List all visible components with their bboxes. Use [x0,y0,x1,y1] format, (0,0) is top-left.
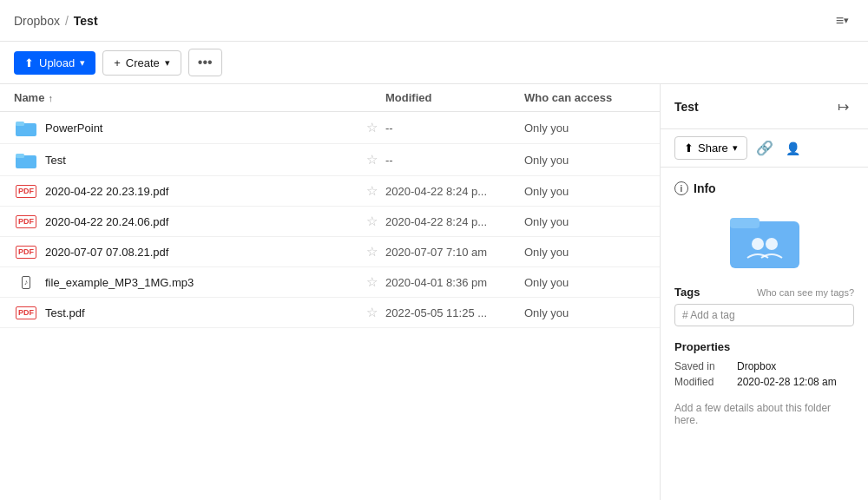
file-type-icon: PDF [14,246,38,259]
tags-label: Tags [674,286,700,299]
svg-rect-4 [730,221,799,268]
table-row[interactable]: ♪ file_example_MP3_1MG.mp3 ☆ 2020-04-01 … [0,267,660,298]
table-row[interactable]: PDF 2020-04-22 20.23.19.pdf ☆ 2020-04-22… [0,176,660,207]
plus-icon: + [114,56,121,69]
info-label: Info [694,181,716,195]
access-column-header: Who can access [524,91,646,104]
table-row[interactable]: PDF 2020-07-07 07.08.21.pdf ☆ 2020-07-07… [0,237,660,267]
star-button[interactable]: ☆ [358,274,385,290]
file-access: Only you [524,122,646,135]
file-name: 2020-04-22 20.23.19.pdf [45,185,358,198]
export-button[interactable]: ↦ [832,95,854,118]
file-rows-container: PowerPoint ☆ -- Only you Test ☆ -- Only … [0,112,660,328]
svg-point-6 [752,238,764,250]
prop-modified-val: 2020-02-28 12:08 am [737,376,837,388]
file-modified: -- [385,154,524,167]
file-type-icon [14,151,38,168]
properties-section: Properties Saved in Dropbox Modified 202… [674,340,854,388]
star-button[interactable]: ☆ [358,183,385,199]
file-name: 2020-04-22 20.24.06.pdf [45,215,358,228]
prop-modified-key: Modified [674,376,737,388]
table-row[interactable]: PDF Test.pdf ☆ 2022-05-05 11:25 ... Only… [0,298,660,328]
pdf-badge-icon: PDF [16,215,36,228]
mp3-badge-icon: ♪ [22,276,31,289]
file-access: Only you [524,246,646,259]
file-modified: 2020-07-07 7:10 am [385,246,524,259]
tag-input[interactable]: # Add a tag [674,304,854,326]
info-section: i Info [674,181,854,195]
folder-large-icon [730,209,799,268]
star-button[interactable]: ☆ [358,244,385,260]
modified-column-header: Modified [385,91,524,104]
toolbar: ⬆ Upload ▾ + Create ▾ ••• [0,42,868,84]
link-icon: 🔗 [756,141,773,155]
file-name: file_example_MP3_1MG.mp3 [45,276,358,289]
prop-saved-key: Saved in [674,360,737,372]
file-type-icon: PDF [14,215,38,228]
breadcrumb-current: Test [74,14,98,28]
share-label: Share [698,141,728,155]
pdf-badge-icon: PDF [16,185,36,198]
file-modified: 2020-04-22 8:24 p... [385,185,524,198]
star-button[interactable]: ☆ [358,305,385,320]
view-toggle-button[interactable]: ≡ ▾ [831,10,854,32]
file-name: 2020-07-07 07.08.21.pdf [45,246,358,259]
view-toggle-icon: ≡ [836,13,844,29]
panel-header: Test ↦ [661,84,868,129]
folder-description: Add a few details about this folder here… [674,402,854,426]
main-layout: Name ↑ Modified Who can access PowerPoin… [0,84,868,500]
prop-saved-val: Dropbox [737,360,776,372]
folder-thumbnail [674,209,854,268]
person-button[interactable]: 👤 [782,137,804,160]
person-icon: 👤 [786,141,800,155]
file-type-icon [14,119,38,136]
prop-saved-row: Saved in Dropbox [674,360,854,372]
file-type-icon: PDF [14,185,38,198]
file-name: Test.pdf [45,306,358,319]
folder-icon [16,151,36,168]
name-label: Name [14,91,44,104]
star-button[interactable]: ☆ [358,214,385,229]
table-row[interactable]: Test ☆ -- Only you [0,144,660,176]
create-label: Create [126,56,160,69]
upload-chevron-icon: ▾ [80,57,85,69]
topbar-right: ≡ ▾ [831,10,854,32]
table-row[interactable]: PowerPoint ☆ -- Only you [0,112,660,144]
table-row[interactable]: PDF 2020-04-22 20.24.06.pdf ☆ 2020-04-22… [0,207,660,237]
create-button[interactable]: + Create ▾ [102,50,181,76]
share-bar: ⬆ Share ▾ 🔗 👤 [661,129,868,168]
svg-rect-1 [16,122,24,126]
file-access: Only you [524,154,646,167]
sort-arrow-icon: ↑ [48,93,53,103]
share-button[interactable]: ⬆ Share ▾ [674,136,747,160]
file-modified: -- [385,122,524,135]
column-headers: Name ↑ Modified Who can access [0,84,660,112]
more-options-button[interactable]: ••• [188,49,222,76]
prop-modified-row: Modified 2020-02-28 12:08 am [674,376,854,388]
export-icon: ↦ [838,98,849,115]
share-upload-icon: ⬆ [684,141,694,155]
pdf-badge-icon: PDF [16,246,36,259]
breadcrumb-root[interactable]: Dropbox [14,14,60,28]
tag-placeholder: # Add a tag [682,309,735,321]
svg-rect-5 [730,218,760,228]
panel-content: i Info Tags Who can see my tags? [661,168,868,500]
tags-section: Tags Who can see my tags? # Add a tag [674,286,854,326]
info-circle-icon: i [674,181,688,195]
tags-who-link[interactable]: Who can see my tags? [757,287,854,298]
tags-header: Tags Who can see my tags? [674,286,854,299]
file-type-icon: PDF [14,306,38,319]
file-list: Name ↑ Modified Who can access PowerPoin… [0,84,660,500]
file-access: Only you [524,276,646,289]
topbar: Dropbox / Test ≡ ▾ [0,0,868,42]
file-modified: 2020-04-22 8:24 p... [385,215,524,228]
name-column-header[interactable]: Name ↑ [14,91,358,104]
svg-rect-3 [16,154,24,158]
panel-header-actions: ↦ [832,95,854,118]
star-button[interactable]: ☆ [358,120,385,135]
star-button[interactable]: ☆ [358,152,385,168]
chevron-down-icon: ▾ [844,15,849,26]
copy-link-button[interactable]: 🔗 [753,136,777,160]
more-icon: ••• [198,55,213,69]
upload-button[interactable]: ⬆ Upload ▾ [14,51,95,75]
